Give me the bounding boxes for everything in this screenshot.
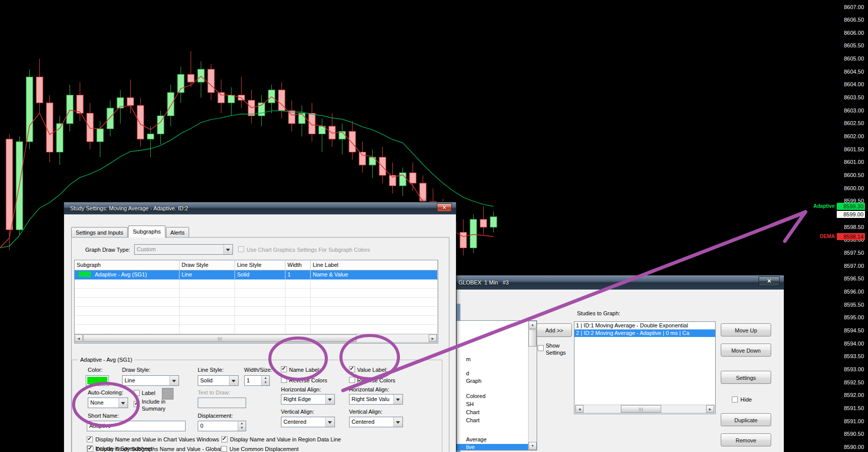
empty-row[interactable]	[75, 298, 438, 307]
graph-draw-type-combo[interactable]: Custom	[134, 244, 233, 255]
checkbox[interactable]	[221, 446, 227, 452]
chart-studies-titlebar[interactable]: GLOBEX 1 Min #3 ✕	[434, 275, 784, 290]
include-in-summary-checkbox[interactable]	[134, 401, 140, 407]
name-label-label: Name Label:	[289, 367, 320, 373]
subgraph-table-hscrollbar[interactable]: ◄ ► |||	[74, 334, 437, 343]
tab-alerts[interactable]: Alerts	[166, 227, 189, 238]
empty-row[interactable]	[75, 289, 438, 298]
column-header[interactable]: Line Style	[235, 260, 285, 270]
label-checkbox[interactable]	[134, 390, 140, 396]
price-tick-label: 8601.00	[834, 159, 864, 165]
available-study-item[interactable]: Average	[466, 436, 487, 442]
available-study-item[interactable]: Graph	[466, 378, 482, 384]
column-header[interactable]: Draw Style	[180, 260, 235, 270]
close-icon[interactable]: ✕	[759, 276, 780, 286]
close-icon[interactable]: ✕	[437, 203, 452, 212]
graph-draw-type-label: Graph Draw Type:	[85, 247, 130, 253]
available-study-item[interactable]: m	[466, 356, 471, 362]
duplicate-button[interactable]: Duplicate	[721, 413, 771, 426]
subgraph-color-swatch	[79, 271, 91, 277]
value-label-checkbox[interactable]	[349, 366, 355, 372]
available-study-item[interactable]: Colored	[466, 393, 486, 399]
scroll-up-icon[interactable]: ▲	[529, 321, 537, 329]
scroll-left-icon[interactable]: ◄	[575, 405, 584, 413]
tab-subgraphs[interactable]: Subgraphs	[128, 225, 165, 238]
show-settings-label-1: Show	[546, 343, 560, 349]
value-label-reverse-colors-checkbox[interactable]	[349, 377, 355, 383]
price-marker: DEMA8598.14	[787, 233, 868, 240]
name-label-checkbox[interactable]	[281, 366, 287, 372]
text-to-draw-input[interactable]	[198, 398, 246, 408]
price-tick-label: 8596.50	[834, 275, 864, 282]
value-label-vertical-align-combo[interactable]: Centered	[349, 417, 403, 427]
tab-settings-and-inputs[interactable]: Settings and Inputs	[71, 227, 128, 238]
price-tick-label: 8602.00	[834, 133, 864, 140]
scroll-right-icon[interactable]: ►	[429, 334, 437, 342]
study-settings-body: Settings and InputsSubgraphsAlerts Graph…	[64, 214, 456, 452]
price-tick-label: 8607.00	[834, 4, 864, 11]
scroll-right-icon[interactable]: ►	[706, 405, 714, 413]
available-study-item[interactable]: d	[466, 370, 469, 376]
price-tick-label: 8592.50	[834, 379, 864, 386]
name-label-reverse-colors-checkbox[interactable]	[281, 377, 287, 383]
empty-row[interactable]	[75, 307, 438, 316]
column-header[interactable]: Subgraph	[75, 260, 180, 270]
available-study-item[interactable]: Chart	[466, 417, 480, 423]
short-name-input[interactable]: Adaptive	[87, 421, 186, 431]
scrollbar-thumb[interactable]: |||	[621, 405, 661, 413]
color-swatch-button[interactable]	[86, 375, 109, 386]
empty-row[interactable]	[75, 316, 438, 325]
checkbox[interactable]	[87, 436, 93, 442]
scrollbar-thumb[interactable]	[529, 329, 537, 347]
use-chart-graphics-label: Use Chart Graphics Settings For Subgraph…	[247, 247, 370, 253]
value-label-horizontal-align-label: Horizontal Align:	[349, 386, 389, 392]
auto-coloring-label: Auto-Coloring:	[88, 389, 123, 396]
spinner-arrows-icon[interactable]: ▲▼	[238, 421, 246, 431]
remove-button[interactable]: Remove	[721, 433, 771, 446]
add-button[interactable]: Add >>	[537, 323, 572, 337]
available-study-item[interactable]: Chart	[466, 409, 480, 415]
scroll-down-icon[interactable]: ▼	[529, 442, 537, 450]
show-settings-checkbox[interactable]	[538, 345, 544, 351]
price-tick-label: 8592.00	[834, 392, 864, 399]
displacement-label: Displacement:	[198, 413, 233, 419]
study-to-graph-item[interactable]: 2 | ID:2 Moving Average - Adaptive | 0 m…	[574, 329, 715, 337]
subgraph-row[interactable]: Adaptive - Avg (SG1)LineSolid1Name & Val…	[75, 270, 438, 279]
checkbox[interactable]	[221, 436, 227, 442]
price-tick-label: 8594.50	[834, 327, 864, 334]
auto-coloring-combo[interactable]: None	[88, 398, 128, 408]
studies-to-graph-list[interactable]: 1 | ID:1 Moving Average - Double Exponen…	[574, 321, 716, 414]
value-label-horizontal-align-combo[interactable]: Right Side Valu	[349, 394, 403, 405]
subgraph-table[interactable]: SubgraphDraw StyleLine StyleWidthLine La…	[74, 260, 438, 344]
checkbox[interactable]	[87, 446, 93, 452]
name-label-horizontal-align-combo[interactable]: Right Edge	[281, 394, 335, 405]
draw-style-combo[interactable]: Line	[122, 375, 179, 386]
study-settings-titlebar[interactable]: Study Settings: Moving Average - Adaptiv…	[64, 202, 456, 214]
study-to-graph-item[interactable]: 1 | ID:1 Moving Average - Double Exponen…	[574, 322, 715, 329]
price-tick-label: 8596.00	[834, 289, 864, 295]
use-chart-graphics-checkbox[interactable]	[238, 246, 244, 252]
price-marker-value: 8599.30	[837, 203, 865, 210]
move-down-button[interactable]: Move Down	[721, 344, 771, 357]
hide-checkbox[interactable]	[732, 397, 738, 403]
line-style-combo[interactable]: Solid	[198, 375, 239, 386]
value-label-vertical-align-label: Vertical Align:	[349, 409, 382, 415]
available-list-scrollbar[interactable]: ▲ ▼	[528, 321, 537, 450]
move-up-button[interactable]: Move Up	[721, 323, 771, 336]
name-label-vertical-align-combo[interactable]: Centered	[281, 417, 335, 427]
subgraph-table-header: SubgraphDraw StyleLine StyleWidthLine La…	[75, 260, 438, 270]
studies-list-hscrollbar[interactable]: ◄ ► |||	[575, 405, 715, 413]
available-study-item[interactable]: SH	[466, 401, 474, 407]
price-tick-label: 8595.50	[834, 302, 864, 308]
chevron-down-icon	[229, 376, 238, 385]
width-size-spinner[interactable]: 1 ▲▼	[244, 375, 270, 386]
displacement-spinner[interactable]: 0 ▲▼	[198, 421, 246, 431]
spinner-arrows-icon[interactable]: ▲▼	[261, 376, 269, 385]
scroll-left-icon[interactable]: ◄	[75, 334, 83, 342]
scrollbar-thumb[interactable]: |||	[83, 334, 357, 342]
empty-row[interactable]	[75, 279, 438, 289]
settings-button[interactable]: Settings	[721, 371, 771, 384]
column-header[interactable]: Line Label	[311, 260, 438, 270]
column-header[interactable]: Width	[285, 260, 311, 270]
empty-row[interactable]	[75, 325, 438, 334]
